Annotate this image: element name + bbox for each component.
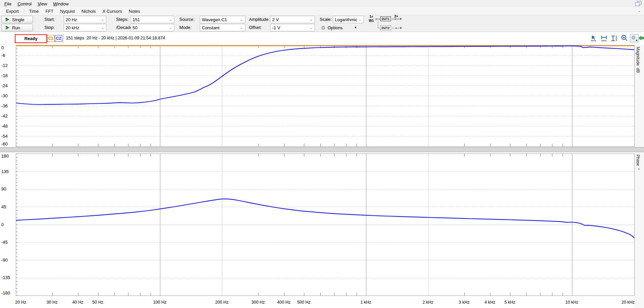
magnitude-plot[interactable]: [16, 45, 635, 147]
svg-text:1: 1: [5, 18, 6, 20]
y-tick-label: -180: [1, 290, 10, 296]
y-tick-label: -135: [1, 275, 10, 280]
tab-separator: [24, 9, 24, 14]
cursor-tool-icon[interactable]: [590, 35, 597, 42]
y-tick-label: 135: [1, 169, 9, 174]
stop-value: 20 kHz: [66, 25, 100, 30]
start-label: Start:: [44, 16, 55, 23]
chevron-down-icon: ⌄: [358, 18, 362, 21]
source-label: Source:: [179, 16, 194, 23]
x-tick-label: 10 kHz: [565, 300, 578, 305]
amplitude-value: 2 V: [272, 17, 308, 22]
y-tick-label: -42: [1, 113, 8, 118]
start-value: 20 Hz: [66, 17, 100, 22]
options-button-label: Options: [327, 25, 343, 30]
amplitude-label: Amplitude:: [249, 16, 270, 23]
channel-1-toggle[interactable]: C1: [47, 35, 55, 42]
single-button[interactable]: 1 Single: [1, 16, 33, 23]
source-value: Wavegen C1: [202, 17, 239, 22]
chevron-down-icon: ⌄: [240, 18, 243, 21]
dropdown-arrow-icon: ▼: [635, 39, 638, 42]
tab-notes[interactable]: Notes: [126, 8, 144, 14]
steps-label: Steps:: [116, 16, 129, 23]
offset-label: Offset:: [249, 24, 262, 31]
tab-bar: Export Time FFT Nyquist Nichols X Cursor…: [0, 7, 644, 15]
play-run-icon: [5, 25, 10, 30]
tab-export[interactable]: Export: [3, 8, 22, 14]
minimize-dash[interactable]: -: [638, 8, 640, 14]
mode-select[interactable]: Constant ⌄: [200, 24, 245, 31]
chevron-down-icon: ⌄: [310, 18, 313, 21]
plot-settings-button[interactable]: ⚙ ▼: [630, 34, 639, 42]
chart-status-row: Ready C1 C2 151 steps 20 Hz - 20 kHz | 2…: [0, 32, 644, 45]
scale-select[interactable]: Logarithmic ⌄: [333, 16, 364, 23]
chevron-down-icon: ⌄: [101, 26, 104, 29]
x-tick-label: 4 kHz: [485, 300, 495, 305]
tab-nyquist[interactable]: Nyquist: [57, 8, 78, 14]
node-2plus-label: 2+: [394, 14, 398, 18]
scale-value: Logarithmic: [335, 17, 357, 22]
stop-select[interactable]: 20 kHz ⌄: [64, 24, 106, 31]
steps-value: 151: [133, 17, 168, 22]
x-tick-label: 2 kHz: [423, 300, 433, 305]
phase-axis-title: Phase °: [636, 155, 640, 170]
collapse-panel-arrow[interactable]: [638, 35, 644, 41]
chevron-down-icon: ⌄: [240, 26, 243, 29]
tab-fft[interactable]: FFT: [42, 8, 57, 14]
per-decade-select[interactable]: 50 ⌄: [131, 24, 174, 31]
y-tick-label: -36: [1, 103, 8, 108]
x-tick-label: 20 kHz: [621, 300, 635, 305]
start-select[interactable]: 20 Hz ⌄: [64, 16, 106, 23]
source-select[interactable]: Wavegen C1 ⌄: [200, 16, 245, 23]
x-tick-label: 5 kHz: [504, 300, 515, 305]
tab-time[interactable]: Time: [26, 8, 42, 14]
menu-file[interactable]: File: [1, 1, 14, 7]
zoom-tool-icon[interactable]: [621, 34, 628, 42]
magnitude-axis-title: Magnitude dB: [636, 47, 640, 73]
per-decade-value: 50: [133, 25, 168, 30]
y-tick-label: -48: [1, 124, 8, 129]
cascade-windows-icon[interactable]: [635, 1, 641, 6]
status-badge[interactable]: Ready: [15, 34, 47, 43]
amplitude-select[interactable]: 2 V ⌄: [270, 16, 315, 23]
y-tick-label: -30: [1, 93, 8, 98]
x-tick-label: 50 Hz: [92, 300, 103, 305]
offset-select[interactable]: -1 V ⌄: [270, 24, 315, 31]
options-button[interactable]: ⚙ Options ▼: [319, 24, 373, 31]
y-tick-label: -90: [1, 258, 8, 263]
horizontal-cursor-icon[interactable]: [600, 35, 608, 42]
run-button[interactable]: Run: [1, 24, 33, 31]
dut1-box: DUT1: [380, 16, 391, 21]
x-tick-label: 40 Hz: [72, 300, 83, 305]
channel-2-toggle[interactable]: C2: [55, 35, 62, 42]
run-button-label: Run: [12, 25, 20, 30]
tab-x-cursors[interactable]: X Cursors: [99, 8, 126, 14]
y-tick-label: -6: [1, 53, 5, 58]
wavegen-w1-label: W1: [369, 19, 374, 23]
y-tick-label: -60: [1, 141, 8, 146]
mode-value: Constant: [202, 25, 239, 30]
y-tick-label: 0: [1, 222, 4, 227]
play-single-icon: 1: [5, 17, 10, 22]
menu-view[interactable]: View: [35, 1, 50, 7]
x-tick-label: 300 Hz: [251, 300, 265, 305]
y-tick-label: -24: [1, 83, 8, 88]
x-tick-label: 500 Hz: [297, 300, 311, 305]
chevron-down-icon: ⌄: [169, 18, 172, 21]
y-tick-label: 90: [1, 186, 6, 192]
plot-splitter-handle[interactable]: [0, 147, 644, 152]
y-tick-label: 45: [1, 204, 6, 209]
y-tick-label: -12: [1, 63, 8, 68]
tab-nichols[interactable]: Nichols: [78, 8, 99, 14]
steps-select[interactable]: 151 ⌄: [131, 16, 174, 23]
y-tick-label: -45: [1, 240, 8, 245]
x-tick-label: 1 kHz: [360, 300, 371, 305]
menu-window[interactable]: Window: [50, 1, 72, 7]
offset-value: -1 V: [272, 25, 308, 30]
phase-plot[interactable]: [16, 153, 635, 296]
x-tick-label: 400 Hz: [277, 300, 291, 305]
menu-control[interactable]: Control: [14, 1, 35, 7]
stop-label: Stop:: [44, 24, 55, 31]
toolbar: 1 Single Start: 20 Hz ⌄ Steps: 151 ⌄ Sou…: [0, 15, 644, 32]
vertical-cursor-icon[interactable]: [610, 35, 618, 42]
